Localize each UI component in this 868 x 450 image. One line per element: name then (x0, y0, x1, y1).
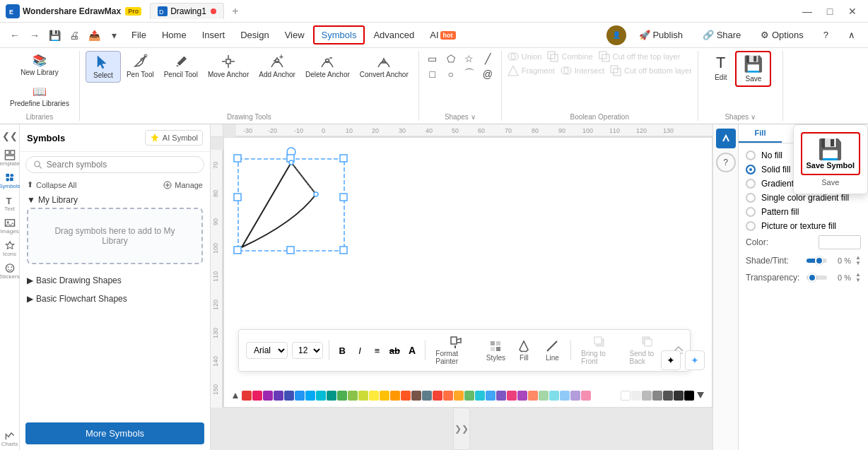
color-swatch15[interactable] (570, 391, 580, 401)
color-swatch12[interactable] (539, 391, 549, 401)
trans-spinner[interactable]: ▲ ▼ (855, 272, 861, 283)
menu-advanced[interactable]: Advanced (366, 27, 421, 43)
color-swatch10[interactable] (517, 391, 527, 401)
color-swatch-pink[interactable] (252, 391, 262, 401)
line-shape[interactable]: ╱ (480, 51, 495, 66)
color-swatch-picker[interactable] (819, 235, 861, 249)
my-library-title[interactable]: ▼ My Library (27, 195, 203, 205)
symbols-icon[interactable]: Symbols (1, 172, 18, 189)
color-light[interactable] (631, 391, 641, 401)
line-btn[interactable]: Line (539, 337, 565, 365)
color-swatch-lime[interactable] (358, 391, 368, 401)
palette-menu-btn[interactable] (695, 391, 706, 401)
color-swatch-teal[interactable] (327, 391, 336, 401)
basic-flowchart-title[interactable]: ▶ Basic Flowchart Shapes (27, 294, 203, 304)
color-grey-light[interactable] (642, 391, 652, 401)
more-nav-btn[interactable]: ▾ (105, 26, 123, 45)
color-swatch-deep-purple[interactable] (274, 391, 283, 401)
share-btn[interactable]: 🔗 Share (696, 27, 748, 43)
bring-front-btn[interactable]: Bring to Front (577, 333, 622, 368)
pen-tool-btn[interactable]: Pen Tool (122, 51, 158, 81)
pencil-tool-btn[interactable]: Pencil Tool (160, 51, 202, 81)
spark-btn[interactable]: ✦ (661, 350, 681, 370)
shapes-label[interactable]: Shapes ∨ (425, 110, 495, 121)
color-swatch-cyan[interactable] (316, 391, 326, 401)
menu-insert[interactable]: Insert (195, 27, 233, 43)
color-swatch-indigo[interactable] (284, 391, 294, 401)
color-grey-dark[interactable] (663, 391, 673, 401)
color-swatch-light-blue[interactable] (305, 391, 315, 401)
doc-tab[interactable]: D Drawing1 (150, 3, 224, 19)
star-shape[interactable]: ☆ (462, 51, 477, 66)
text-icon[interactable]: T Text (1, 195, 18, 212)
images-icon[interactable]: Images (1, 218, 18, 235)
menu-design[interactable]: Design (233, 27, 276, 43)
fill-tab[interactable]: Fill (739, 124, 782, 143)
color-swatch-purple[interactable] (263, 391, 273, 401)
shade-slider-container[interactable] (807, 259, 827, 263)
save-ribbon-btn[interactable]: 💾 Save (735, 51, 771, 87)
color-swatch8[interactable] (496, 391, 506, 401)
arc-shape[interactable]: ⌒ (462, 66, 477, 82)
shade-spinner[interactable]: ▲ ▼ (855, 255, 861, 266)
move-anchor-btn[interactable]: Move Anchor (204, 51, 253, 81)
shade-down[interactable]: ▼ (855, 261, 861, 266)
convert-anchor-btn[interactable]: Convert Anchor (356, 51, 413, 81)
close-btn[interactable]: ✕ (843, 3, 862, 20)
maximize-btn[interactable]: □ (820, 3, 840, 20)
intersect-btn[interactable]: Intersect (561, 65, 604, 76)
color-swatch-brown[interactable] (411, 391, 421, 401)
canvas-main[interactable]: Arial 12 B I ≡ ab A Format Painter (223, 137, 712, 408)
more-symbols-btn[interactable]: More Symbols (25, 422, 204, 444)
stickers-icon[interactable]: Stickers (1, 263, 18, 280)
union-btn[interactable]: Union (508, 51, 542, 62)
save-local-btn[interactable]: 💾 (45, 26, 64, 45)
color-swatch2[interactable] (433, 391, 442, 401)
color-swatch9[interactable] (507, 391, 517, 401)
library-drop-zone[interactable]: Drag symbols here to add to My Library (27, 208, 203, 264)
palette-arrow[interactable] (230, 390, 241, 401)
help-btn[interactable]: ? (816, 27, 835, 43)
color-white[interactable] (621, 391, 631, 401)
icons-icon[interactable]: Icons (1, 240, 18, 257)
predefine-btn[interactable]: 📖 Predefine Libraries (6, 82, 74, 110)
charts-icon[interactable]: Charts (1, 430, 18, 447)
square-shape[interactable]: □ (425, 66, 440, 82)
color-swatch-orange[interactable] (390, 391, 400, 401)
forward-btn[interactable]: → (25, 26, 44, 45)
pentagon-shape[interactable]: ⬠ (443, 51, 459, 66)
combine-btn[interactable]: Combine (547, 51, 592, 62)
styles-btn[interactable]: Styles (483, 337, 508, 365)
caps-btn[interactable]: A (405, 342, 420, 359)
ai-symbol-btn[interactable]: AI Symbol (145, 130, 203, 146)
new-library-btn[interactable]: 📚 New Library (6, 51, 74, 79)
collapse-menu-btn[interactable]: ∧ (841, 27, 862, 43)
pattern-fill-option[interactable]: Pattern fill (746, 207, 861, 217)
strikethrough-btn[interactable]: ab (387, 342, 402, 359)
edit-btn[interactable]: T Edit (709, 51, 732, 84)
circle-shape[interactable]: ○ (443, 66, 459, 82)
italic-btn[interactable]: I (353, 342, 368, 359)
panel-collapse-btn[interactable]: ❯❯ (453, 408, 470, 450)
color-swatch-blue-grey[interactable] (422, 391, 432, 401)
color-swatch-red[interactable] (242, 391, 252, 401)
avatar[interactable]: 👤 (606, 25, 626, 45)
color-swatch14[interactable] (560, 391, 570, 401)
fragment-btn[interactable]: Fragment (508, 65, 555, 76)
color-swatch6[interactable] (475, 391, 485, 401)
publish-btn[interactable]: 🚀 Publish (632, 27, 690, 43)
format-painter-btn[interactable]: Format Painter (431, 333, 480, 368)
color-dark[interactable] (674, 391, 684, 401)
color-swatch16[interactable] (581, 391, 591, 401)
templates-icon[interactable]: Templates (1, 150, 18, 167)
color-swatch7[interactable] (486, 391, 495, 401)
export-btn[interactable]: 📤 (85, 26, 103, 45)
new-tab-btn[interactable]: + (227, 3, 244, 20)
menu-ai[interactable]: AIhot (423, 27, 462, 43)
help-panel-icon[interactable]: ? (716, 153, 736, 172)
fill-panel-icon[interactable] (716, 129, 736, 148)
menu-view[interactable]: View (278, 27, 312, 43)
manage-btn[interactable]: Manage (163, 181, 203, 189)
color-swatch11[interactable] (528, 391, 538, 401)
fill-btn[interactable]: Fill (511, 337, 536, 365)
